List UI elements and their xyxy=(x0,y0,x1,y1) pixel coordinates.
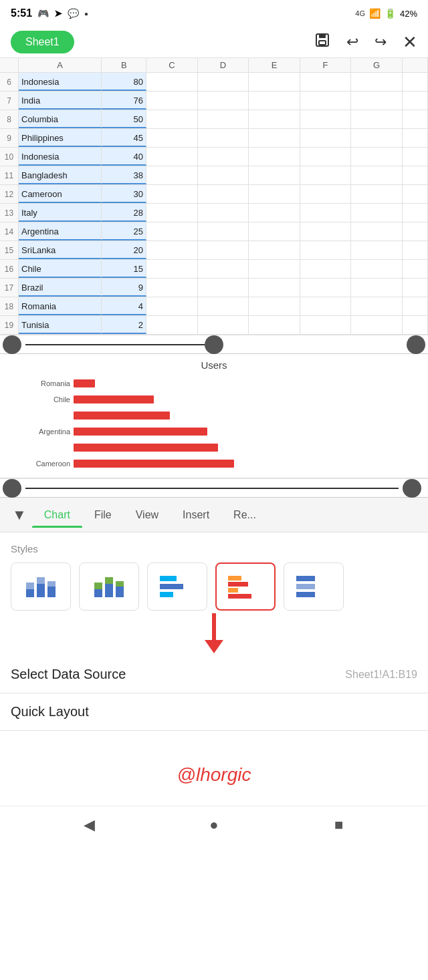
cell-h17[interactable] xyxy=(403,279,428,297)
cell-h11[interactable] xyxy=(403,166,428,184)
cell-c15[interactable] xyxy=(146,241,198,259)
tab-file[interactable]: File xyxy=(82,502,124,528)
cell-d10[interactable] xyxy=(198,148,249,166)
cell-c18[interactable] xyxy=(146,297,198,315)
cell-d17[interactable] xyxy=(198,279,249,297)
cell-c16[interactable] xyxy=(146,260,198,278)
cell-d6[interactable] xyxy=(198,73,249,91)
cell-f6[interactable] xyxy=(300,73,352,91)
data-source-row[interactable]: Select Data Source Sheet1!A1:B19 xyxy=(0,656,428,693)
cell-b7[interactable]: 76 xyxy=(102,92,146,110)
cell-b17[interactable]: 9 xyxy=(102,279,146,297)
col-header-d[interactable]: D xyxy=(198,58,249,72)
cell-c17[interactable] xyxy=(146,279,198,297)
cell-h6[interactable] xyxy=(403,73,428,91)
cell-d15[interactable] xyxy=(198,241,249,259)
cell-h10[interactable] xyxy=(403,148,428,166)
cell-d14[interactable] xyxy=(198,222,249,240)
table-row[interactable]: 19 Tunisia 2 xyxy=(0,316,428,335)
android-back-button[interactable]: ◀ xyxy=(80,816,98,834)
cell-h13[interactable] xyxy=(403,204,428,222)
quick-layout-row[interactable]: Quick Layout xyxy=(0,693,428,731)
cell-b9[interactable]: 45 xyxy=(102,129,146,147)
cell-a16[interactable]: Chile xyxy=(19,260,102,278)
cell-e6[interactable] xyxy=(249,73,300,91)
cell-f13[interactable] xyxy=(300,204,352,222)
cell-b6[interactable]: 80 xyxy=(102,73,146,91)
table-row[interactable]: 17 Brazil 9 xyxy=(0,279,428,297)
cell-f18[interactable] xyxy=(300,297,352,315)
cell-f19[interactable] xyxy=(300,316,352,334)
cell-f16[interactable] xyxy=(300,260,352,278)
cell-g19[interactable] xyxy=(351,316,403,334)
nav-expand-icon[interactable]: ▼ xyxy=(7,501,32,529)
close-icon[interactable]: ✕ xyxy=(403,32,417,53)
style-card-3[interactable] xyxy=(147,562,207,611)
cell-e14[interactable] xyxy=(249,222,300,240)
cell-g13[interactable] xyxy=(351,204,403,222)
cell-c10[interactable] xyxy=(146,148,198,166)
cell-d8[interactable] xyxy=(198,110,249,128)
cell-c13[interactable] xyxy=(146,204,198,222)
resize-handle-center[interactable] xyxy=(205,335,223,354)
cell-g15[interactable] xyxy=(351,241,403,259)
cell-b15[interactable]: 20 xyxy=(102,241,146,259)
cell-h19[interactable] xyxy=(403,316,428,334)
cell-f14[interactable] xyxy=(300,222,352,240)
cell-h16[interactable] xyxy=(403,260,428,278)
redo-icon[interactable]: ↪ xyxy=(374,33,387,51)
cell-e11[interactable] xyxy=(249,166,300,184)
table-row[interactable]: 14 Argentina 25 xyxy=(0,222,428,241)
cell-a13[interactable]: Italy xyxy=(19,204,102,222)
cell-c12[interactable] xyxy=(146,185,198,203)
cell-b11[interactable]: 38 xyxy=(102,166,146,184)
cell-a19[interactable]: Tunisia xyxy=(19,316,102,334)
sheet1-tab[interactable]: Sheet1 xyxy=(11,31,74,53)
table-row[interactable]: 15 SriLanka 20 xyxy=(0,241,428,260)
cell-f8[interactable] xyxy=(300,110,352,128)
cell-c19[interactable] xyxy=(146,316,198,334)
style-card-4[interactable] xyxy=(215,562,276,611)
android-recent-button[interactable]: ■ xyxy=(330,816,348,834)
cell-h14[interactable] xyxy=(403,222,428,240)
cell-e18[interactable] xyxy=(249,297,300,315)
table-row[interactable]: 7 India 76 xyxy=(0,92,428,110)
cell-c14[interactable] xyxy=(146,222,198,240)
resize-handle-bottom-right[interactable] xyxy=(403,479,421,498)
cell-g10[interactable] xyxy=(351,148,403,166)
col-header-e[interactable]: E xyxy=(249,58,300,72)
cell-a7[interactable]: India xyxy=(19,92,102,110)
cell-e13[interactable] xyxy=(249,204,300,222)
cell-f9[interactable] xyxy=(300,129,352,147)
chart-resize-top[interactable] xyxy=(0,335,428,354)
cell-b19[interactable]: 2 xyxy=(102,316,146,334)
cell-b12[interactable]: 30 xyxy=(102,185,146,203)
table-row[interactable]: 13 Italy 28 xyxy=(0,204,428,222)
tab-view[interactable]: View xyxy=(124,502,171,528)
cell-c7[interactable] xyxy=(146,92,198,110)
cell-c6[interactable] xyxy=(146,73,198,91)
cell-a8[interactable]: Columbia xyxy=(19,110,102,128)
cell-g11[interactable] xyxy=(351,166,403,184)
cell-d13[interactable] xyxy=(198,204,249,222)
col-header-b[interactable]: B xyxy=(102,58,146,72)
cell-f11[interactable] xyxy=(300,166,352,184)
cell-b16[interactable]: 15 xyxy=(102,260,146,278)
table-row[interactable]: 10 Indonesia 40 xyxy=(0,148,428,166)
cell-d9[interactable] xyxy=(198,129,249,147)
cell-e19[interactable] xyxy=(249,316,300,334)
cell-a11[interactable]: Bangladesh xyxy=(19,166,102,184)
cell-g7[interactable] xyxy=(351,92,403,110)
cell-b13[interactable]: 28 xyxy=(102,204,146,222)
undo-icon[interactable]: ↩ xyxy=(346,33,358,51)
cell-a17[interactable]: Brazil xyxy=(19,279,102,297)
cell-e9[interactable] xyxy=(249,129,300,147)
style-card-2[interactable] xyxy=(79,562,139,611)
save-icon[interactable] xyxy=(314,32,330,52)
cell-h18[interactable] xyxy=(403,297,428,315)
cell-a10[interactable]: Indonesia xyxy=(19,148,102,166)
resize-handle-left[interactable] xyxy=(3,335,21,354)
cell-b14[interactable]: 25 xyxy=(102,222,146,240)
cell-g8[interactable] xyxy=(351,110,403,128)
table-row[interactable]: 9 Philippines 45 xyxy=(0,129,428,148)
